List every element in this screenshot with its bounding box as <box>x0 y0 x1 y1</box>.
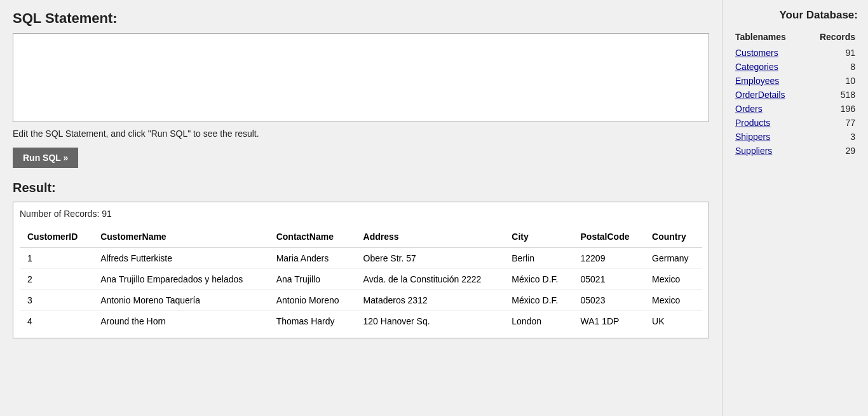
table-cell: Mexico <box>644 269 702 290</box>
table-cell: Mexico <box>644 290 702 311</box>
sidebar-table-link[interactable]: Shippers <box>735 132 770 142</box>
table-row: 1Alfreds FutterkisteMaria AndersObere St… <box>20 247 702 269</box>
sidebar-table-name[interactable]: Orders <box>733 102 805 116</box>
sidebar-table-row: Customers91 <box>733 46 858 60</box>
sidebar-table-name[interactable]: Suppliers <box>733 144 805 158</box>
table-cell: Berlin <box>504 247 573 269</box>
sidebar-table-count: 196 <box>805 102 858 116</box>
main-content: SQL Statement: Edit the SQL Statement, a… <box>0 0 722 416</box>
table-body: 1Alfreds FutterkisteMaria AndersObere St… <box>20 247 702 331</box>
sidebar-table-link[interactable]: Employees <box>735 76 779 86</box>
table-cell: Avda. de la Constitución 2222 <box>356 269 505 290</box>
sidebar-table-row: Employees10 <box>733 74 858 88</box>
result-table: CustomerIDCustomerNameContactNameAddress… <box>20 226 702 331</box>
table-col-address: Address <box>356 226 505 247</box>
sidebar-table-count: 77 <box>805 116 858 130</box>
record-count: Number of Records: 91 <box>20 209 702 219</box>
sidebar-table: Tablenames Records Customers91Categories… <box>733 31 858 158</box>
table-cell: London <box>504 311 573 332</box>
table-col-postalcode: PostalCode <box>573 226 645 247</box>
sidebar-table-row: Categories8 <box>733 60 858 74</box>
table-cell: Around the Horn <box>93 311 269 332</box>
sidebar-col-tablenames: Tablenames <box>733 31 805 46</box>
table-cell: Mataderos 2312 <box>356 290 505 311</box>
table-cell: Ana Trujillo Emparedados y helados <box>93 269 269 290</box>
table-cell: México D.F. <box>504 290 573 311</box>
sidebar-table-count: 518 <box>805 88 858 102</box>
table-header-row: CustomerIDCustomerNameContactNameAddress… <box>20 226 702 247</box>
table-row: 2Ana Trujillo Emparedados y heladosAna T… <box>20 269 702 290</box>
sidebar-table-name[interactable]: OrderDetails <box>733 88 805 102</box>
sidebar: Your Database: Tablenames Records Custom… <box>722 0 868 416</box>
run-sql-button[interactable]: Run SQL » <box>13 148 78 168</box>
table-cell: Maria Anders <box>269 247 356 269</box>
edit-hint: Edit the SQL Statement, and click "Run S… <box>13 128 709 139</box>
sql-statement-label: SQL Statement: <box>13 10 709 27</box>
sidebar-table-name[interactable]: Customers <box>733 46 805 60</box>
sidebar-table-row: Products77 <box>733 116 858 130</box>
sidebar-table-link[interactable]: OrderDetails <box>735 90 785 100</box>
table-row: 3Antonio Moreno TaqueríaAntonio MorenoMa… <box>20 290 702 311</box>
table-cell: 05023 <box>573 290 645 311</box>
table-cell: Antonio Moreno Taquería <box>93 290 269 311</box>
sidebar-table-name[interactable]: Categories <box>733 60 805 74</box>
table-col-customerid: CustomerID <box>20 226 93 247</box>
table-col-country: Country <box>644 226 702 247</box>
table-col-customername: CustomerName <box>93 226 269 247</box>
sidebar-table-count: 10 <box>805 74 858 88</box>
table-cell: Thomas Hardy <box>269 311 356 332</box>
table-cell: 3 <box>20 290 93 311</box>
sidebar-table-row: OrderDetails518 <box>733 88 858 102</box>
sidebar-table-name[interactable]: Shippers <box>733 130 805 144</box>
table-col-contactname: ContactName <box>269 226 356 247</box>
table-cell: 120 Hanover Sq. <box>356 311 505 332</box>
sidebar-table-link[interactable]: Customers <box>735 48 778 58</box>
sidebar-table-link[interactable]: Suppliers <box>735 146 772 156</box>
table-cell: Antonio Moreno <box>269 290 356 311</box>
table-cell: Alfreds Futterkiste <box>93 247 269 269</box>
sidebar-table-name[interactable]: Products <box>733 116 805 130</box>
sidebar-table-row: Shippers3 <box>733 130 858 144</box>
table-cell: Obere Str. 57 <box>356 247 505 269</box>
sidebar-title: Your Database: <box>733 9 858 22</box>
result-label: Result: <box>13 181 709 195</box>
sidebar-table-count: 8 <box>805 60 858 74</box>
sidebar-header-row: Tablenames Records <box>733 31 858 46</box>
sidebar-table-count: 3 <box>805 130 858 144</box>
sidebar-table-count: 29 <box>805 144 858 158</box>
sidebar-col-records: Records <box>805 31 858 46</box>
sidebar-table-count: 91 <box>805 46 858 60</box>
result-container: Number of Records: 91 CustomerIDCustomer… <box>13 202 709 338</box>
table-cell: UK <box>644 311 702 332</box>
table-cell: 2 <box>20 269 93 290</box>
sidebar-table-link[interactable]: Orders <box>735 104 763 114</box>
table-cell: 05021 <box>573 269 645 290</box>
sidebar-table-link[interactable]: Categories <box>735 62 778 72</box>
table-cell: WA1 1DP <box>573 311 645 332</box>
sidebar-table-name[interactable]: Employees <box>733 74 805 88</box>
table-col-city: City <box>504 226 573 247</box>
table-cell: Germany <box>644 247 702 269</box>
sidebar-table-link[interactable]: Products <box>735 118 770 128</box>
sql-input[interactable] <box>13 33 709 122</box>
sidebar-body: Customers91Categories8Employees10OrderDe… <box>733 46 858 158</box>
table-cell: Ana Trujillo <box>269 269 356 290</box>
table-row: 4Around the HornThomas Hardy120 Hanover … <box>20 311 702 332</box>
table-cell: 4 <box>20 311 93 332</box>
table-cell: 1 <box>20 247 93 269</box>
sidebar-table-row: Suppliers29 <box>733 144 858 158</box>
table-cell: 12209 <box>573 247 645 269</box>
table-cell: México D.F. <box>504 269 573 290</box>
sidebar-table-row: Orders196 <box>733 102 858 116</box>
